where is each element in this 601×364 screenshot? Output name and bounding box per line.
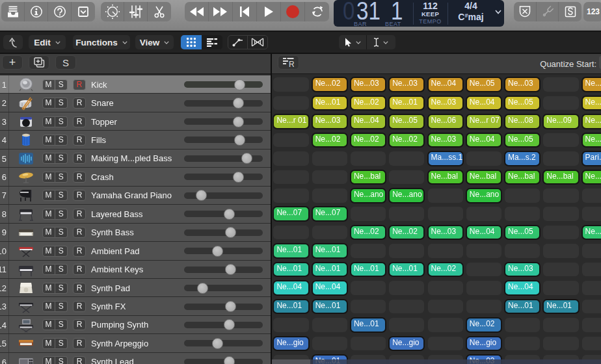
svg-text:R: R xyxy=(289,60,294,68)
